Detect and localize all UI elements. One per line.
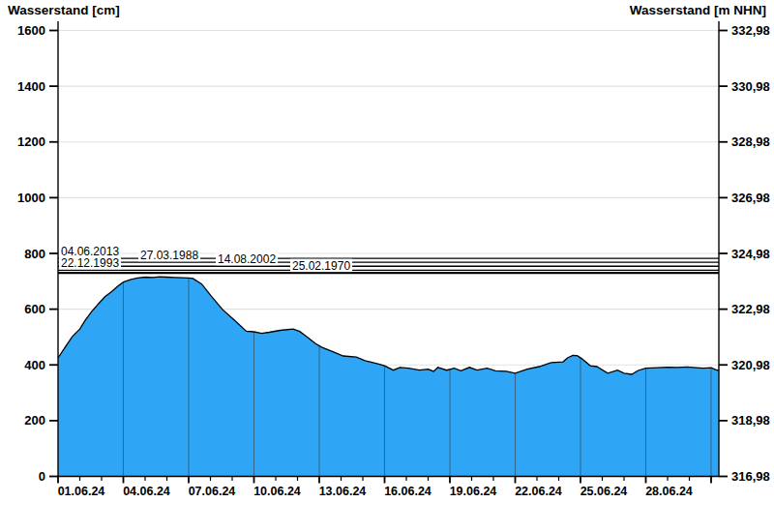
x-tick-label: 07.06.24 xyxy=(189,485,236,498)
flood-mark-label: 14.08.2002 xyxy=(218,252,276,266)
right-axis-title: Wasserstand [m NHN] xyxy=(630,3,766,17)
left-y-tick-label: 200 xyxy=(24,413,45,428)
right-y-tick-label: 332,98 xyxy=(731,23,770,38)
right-y-tick-label: 316,98 xyxy=(731,469,770,484)
left-y-tick-label: 1200 xyxy=(17,134,45,149)
flood-mark-label: 27.03.1988 xyxy=(140,249,198,262)
water-area xyxy=(58,277,719,476)
x-tick-label: 19.06.24 xyxy=(450,485,497,498)
right-y-tick-label: 326,98 xyxy=(731,191,770,205)
plot-area: 04.06.201327.03.198814.08.200222.12.1993… xyxy=(0,0,774,532)
x-tick-label: 22.06.24 xyxy=(515,485,562,498)
right-y-tick-label: 322,98 xyxy=(731,302,770,316)
right-y-tick-label: 330,98 xyxy=(731,79,770,94)
x-tick-label: 16.06.24 xyxy=(384,485,432,498)
left-y-tick-label: 1000 xyxy=(17,191,45,205)
x-tick-label: 28.06.24 xyxy=(645,485,693,498)
x-tick-label: 01.06.24 xyxy=(58,485,105,498)
x-tick-label: 04.06.24 xyxy=(123,485,170,498)
right-y-tick-label: 328,98 xyxy=(731,134,770,149)
right-y-tick-label: 324,98 xyxy=(731,247,770,261)
x-tick-label: 25.06.24 xyxy=(580,485,628,498)
right-y-tick-label: 318,98 xyxy=(731,413,770,428)
flood-mark-label: 22.12.1993 xyxy=(61,256,119,270)
x-tick-label: 10.06.24 xyxy=(253,485,301,498)
right-y-tick-label: 320,98 xyxy=(731,358,770,372)
left-y-tick-label: 600 xyxy=(24,302,45,316)
x-tick-label: 13.06.24 xyxy=(319,485,367,498)
left-y-tick-label: 1600 xyxy=(17,23,45,38)
left-y-tick-label: 400 xyxy=(24,358,45,372)
left-axis-title: Wasserstand [cm] xyxy=(8,3,120,17)
water-level-chart: Wasserstand [cm] Wasserstand [m NHN] 04.… xyxy=(0,0,774,532)
left-y-tick-label: 800 xyxy=(24,247,45,261)
flood-mark-label: 25.02.1970 xyxy=(292,259,350,273)
left-y-tick-label: 0 xyxy=(39,469,45,484)
left-y-tick-label: 1400 xyxy=(17,79,45,94)
